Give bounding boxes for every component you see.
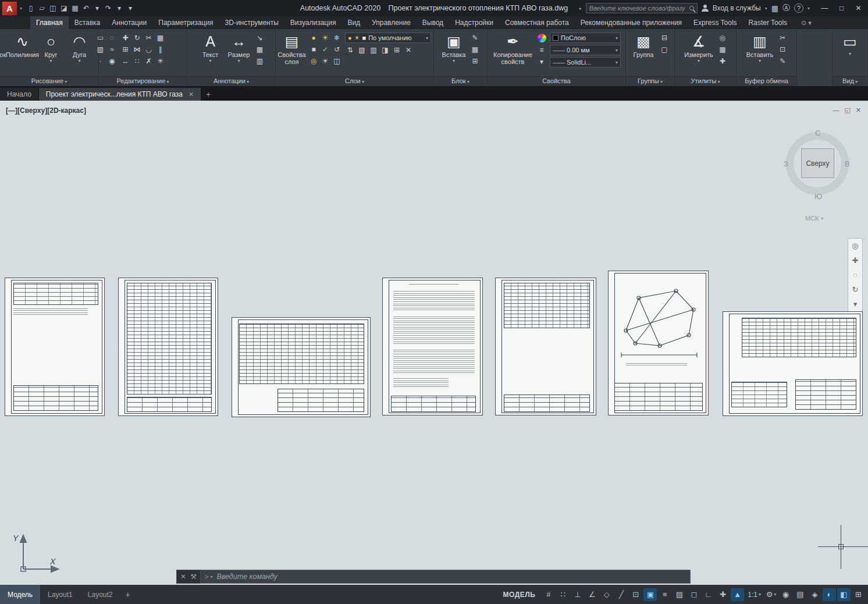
match-prop-icon[interactable]: ✎ [777,56,788,66]
viewport-controls[interactable]: [—][Сверху][2D-каркас] [6,106,86,115]
block-attributes-icon[interactable]: ⊞ [469,56,480,66]
model-space-button[interactable]: МОДЕЛЬ [503,591,536,599]
panel-label-groups[interactable]: Группы ▾ [626,76,674,86]
table-icon[interactable]: ▦ [255,44,265,55]
insert-block-button[interactable]: ▣Вставка▾ [441,31,467,63]
pan-icon[interactable]: ✚ [852,257,859,265]
navigation-wheel-icon[interactable]: ◎ [852,242,858,250]
ribbon-tab-collaborate[interactable]: Совместная работа [499,16,575,29]
match-properties-button[interactable]: ✒Копирование свойств [492,31,533,65]
undo-caret-icon[interactable]: ▾ [92,4,102,12]
sheet-equipment-table[interactable] [495,278,596,415]
save-icon[interactable]: ◫ [48,4,58,12]
viewcube-face[interactable]: Сверху [801,148,834,178]
qat-customize-icon[interactable]: ▾ [125,4,136,12]
ungroup-icon[interactable]: ⊟ [659,33,670,43]
ribbon-tab-home[interactable]: Главная [30,16,69,29]
clean-screen-icon[interactable]: ⊞ [852,588,865,601]
fillet-icon[interactable]: ◡ [144,44,154,55]
panel-label-draw[interactable]: Рисование ▾ [0,76,98,86]
id-point-icon[interactable]: ✚ [717,56,728,66]
markup-icon[interactable]: ▥ [255,56,265,66]
transparency-icon[interactable]: ▨ [673,588,686,601]
minimize-button[interactable]: — [816,1,833,16]
save-as-icon[interactable]: ◪ [59,4,69,12]
dimension-button[interactable]: ↔Размер▾ [226,31,252,63]
dynamic-ucs-icon[interactable]: ∟ [702,588,715,601]
command-close-icon[interactable]: ✕ [180,573,186,581]
copy-icon[interactable]: ⊞ [120,44,131,55]
mirror-icon[interactable]: ⋈ [132,44,143,55]
layer-walk-icon[interactable]: ▥ [368,45,379,55]
file-tab-close-icon[interactable]: ✕ [188,91,194,98]
quick-select-icon[interactable]: ◎ [717,33,728,43]
sheet-ktp-plan[interactable] [608,271,709,415]
command-input[interactable]: > ▾ Введите команду [201,570,691,584]
ribbon-tab-output[interactable]: Вывод [417,16,449,29]
rotate-icon[interactable]: ↻ [132,33,143,43]
layer-merge-icon[interactable]: ▧ [357,45,367,55]
panel-label-block[interactable]: Блок ▾ [434,76,487,86]
dynamic-input-icon[interactable]: ✚ [716,588,730,601]
annotation-visibility-icon[interactable]: ▲ [731,588,744,601]
object-snap-tracking-icon[interactable]: ╱ [614,588,628,601]
copy-clip-icon[interactable]: ⊡ [777,44,788,55]
isolate-objects-icon[interactable]: ◐ [823,588,836,601]
undo-icon[interactable]: ↶ [81,4,91,12]
ribbon-tab-insert[interactable]: Вставка [69,16,106,29]
layer-on-icon[interactable]: ◎ [308,56,319,66]
properties-list-icon[interactable]: ≡ [536,45,547,55]
orbit-icon[interactable]: ↻ [852,286,859,294]
new-file-icon[interactable]: ▯ [26,4,36,12]
text-button[interactable]: AТекст▾ [198,31,223,63]
ribbon-tab-3d-tools[interactable]: 3D-инструменты [219,16,284,29]
circle-button[interactable]: ○Круг▾ [38,31,64,63]
panel-label-view[interactable]: Вид ▾ [833,76,867,86]
lineweight-dropdown[interactable]: ——0.00 мм▾ [550,45,621,55]
layer-properties-button[interactable]: ▤Свойства слоя [278,31,305,65]
close-button[interactable]: ✕ [850,1,867,16]
file-tab-document[interactable]: Проект электрическ...ления КТП АВО газа✕ [39,88,201,101]
add-layout-button[interactable]: + [120,585,135,604]
layer-freeze-icon[interactable]: ❄ [332,33,342,43]
object-color-dropdown[interactable]: ПоСлою▾ [550,33,621,43]
sheet-general-notes[interactable] [382,278,483,415]
linetype-dropdown[interactable]: ——SolidLi...▾ [550,57,621,67]
edit-block-icon[interactable]: ▦ [469,44,480,55]
group-edit-icon[interactable]: ▢ [659,44,670,55]
ribbon-display-toggle-icon[interactable]: ⊙ ▾ [798,17,815,29]
arc-button[interactable]: ◠Дуга▾ [67,31,93,63]
new-drawing-tab-button[interactable]: + [201,88,215,101]
help-caret-icon[interactable]: ▾ [807,6,810,11]
panel-label-utilities[interactable]: Утилиты ▾ [675,76,736,86]
graphics-performance-icon[interactable]: ◧ [837,588,851,601]
polyline-button[interactable]: ∿Полилиния [10,31,35,58]
zoom-icon[interactable]: ◌ [853,271,858,279]
erase-icon[interactable]: ✗ [144,56,154,66]
panel-label-annotation[interactable]: Аннотации ▾ [187,76,275,86]
ribbon-tab-annotate[interactable]: Аннотации [106,16,152,29]
viewcube-north[interactable]: С [815,129,820,137]
ribbon-tab-express-tools[interactable]: Express Tools [688,16,742,29]
app-store-icon[interactable]: ▦ [771,4,778,13]
navbar-more-icon[interactable]: ▾ [853,300,858,308]
layer-lock-icon[interactable]: ■ [308,44,319,55]
annotation-monitor-icon[interactable]: ◉ [779,588,792,601]
sheet-reference-documents[interactable] [118,278,218,416]
command-tools-icon[interactable]: ⚒ [190,573,197,581]
panel-label-properties[interactable]: Свойства [488,76,625,86]
ribbon-tab-visualize[interactable]: Визуализация [284,16,342,29]
command-line-grip[interactable]: ✕ ⚒ [176,570,201,584]
offset-icon[interactable]: ∥ [155,44,166,55]
ribbon-tab-featured-apps[interactable]: Рекомендованные приложения [575,16,688,29]
sheet-specification[interactable] [723,311,863,416]
cut-icon[interactable]: ✂ [777,33,788,43]
layout-tab-layout1[interactable]: Layout1 [40,585,80,604]
leader-icon[interactable]: ↘ [255,33,265,43]
panel-label-layers[interactable]: Слои ▾ [276,76,433,86]
search-expand-icon[interactable]: ▸ [579,6,582,11]
layer-match-icon[interactable]: ✓ [320,44,330,55]
properties-caret-icon[interactable]: ▾ [536,56,547,67]
layout-tab-model[interactable]: Модель [0,585,40,604]
signin-button[interactable]: Вход в службы [713,4,761,12]
